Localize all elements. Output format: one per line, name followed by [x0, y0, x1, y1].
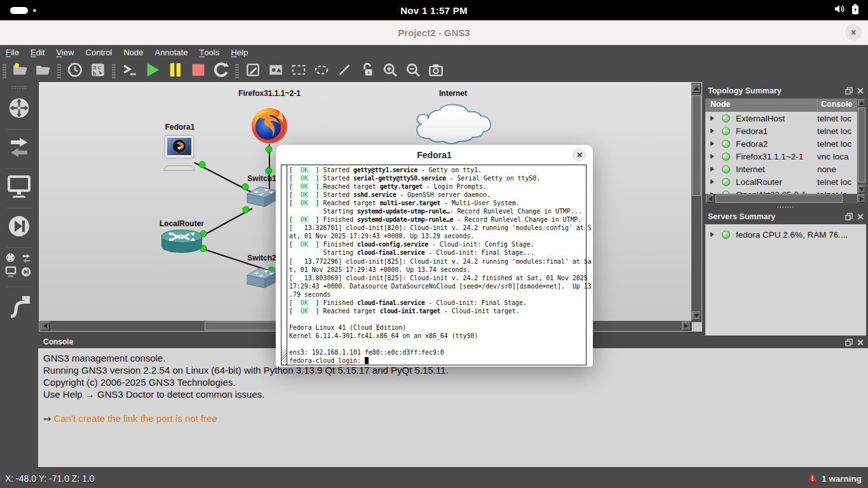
browse-end-devices-button[interactable] — [4, 173, 34, 203]
scroll-down-icon[interactable] — [859, 187, 864, 194]
add-link-button[interactable] — [4, 291, 34, 322]
expand-caret-icon[interactable] — [710, 166, 717, 172]
topology-row-Fedora2[interactable]: Fedora2 telnet loc — [705, 137, 857, 150]
expand-caret-icon[interactable] — [710, 179, 717, 184]
topology-table-body: ExternalHost telnet loc Fedora1 telnet l… — [705, 112, 857, 194]
scroll-right-icon[interactable] — [684, 323, 691, 329]
topology-row-Fedora1[interactable]: Fedora1 telnet loc — [705, 125, 857, 137]
dock-splitter-handle[interactable] — [776, 206, 794, 208]
stop-all-button[interactable] — [188, 61, 208, 81]
scroll-left-icon[interactable] — [706, 196, 712, 201]
topology-row-OpenWrt23.05.0-1[interactable]: OpenWrt23.05.0-1 telnet lo — [705, 188, 857, 194]
terminal-scrollbar[interactable] — [281, 165, 287, 365]
topology-row-ExternalHost[interactable]: ExternalHost telnet loc — [705, 112, 857, 125]
topology-row-Internet[interactable]: Internet none — [705, 163, 857, 175]
node-console-dialog[interactable]: Fedora1 ✕ [ OK ] Started getty@tty1.serv… — [276, 145, 593, 367]
terminal[interactable]: [ OK ] Started getty@tty1.service - Gett… — [281, 165, 587, 365]
window-close-button[interactable]: × — [845, 24, 862, 41]
svg-text:b: b — [93, 71, 96, 77]
console-to-all-button[interactable] — [119, 61, 140, 81]
panel-float-icon[interactable] — [844, 212, 853, 220]
draw-rectangle-button[interactable] — [288, 61, 309, 81]
reload-all-button[interactable] — [211, 61, 231, 81]
panel-float-icon[interactable] — [844, 338, 853, 346]
dialog-close-button[interactable]: ✕ — [573, 148, 587, 162]
menu-annotate[interactable]: Annotate — [149, 45, 194, 60]
menu-edit[interactable]: Edit — [25, 45, 50, 60]
routers-icon — [6, 95, 32, 123]
node-internet[interactable] — [402, 101, 504, 149]
add-link-icon — [6, 291, 32, 322]
node-fedora1[interactable] — [158, 134, 201, 173]
canvas-vscroll-thumb[interactable] — [692, 95, 701, 196]
sidebar-drag-handle[interactable] — [11, 86, 27, 89]
menu-node[interactable]: Node — [118, 45, 149, 60]
warning-status[interactable]: 1 warning — [807, 469, 862, 488]
suspend-all-button[interactable] — [165, 61, 186, 81]
browse-all-devices-button[interactable] — [4, 252, 34, 282]
topology-vscroll-thumb[interactable] — [858, 107, 865, 182]
browse-switches-button[interactable] — [4, 133, 34, 164]
lock-unlock-button[interactable] — [357, 61, 377, 81]
add-note-button[interactable] — [243, 61, 263, 81]
new-project-button[interactable] — [10, 61, 31, 81]
node-switch2[interactable] — [245, 265, 279, 297]
terminal-scroll-thumb[interactable] — [281, 349, 287, 365]
server-row[interactable]: fedora CPU 2.6%, RAM 76.... — [705, 228, 866, 241]
canvas-vscrollbar[interactable] — [691, 83, 702, 322]
topology-row-Firefox31.1.1~2-1[interactable]: Firefox31.1.1~2-1 vnc loca — [705, 150, 857, 163]
system-clock[interactable]: Nov 1 1:57 PM — [0, 0, 868, 20]
panel-close-icon[interactable] — [856, 86, 864, 95]
host-node-icon — [158, 162, 201, 173]
node-label-internet[interactable]: Internet — [439, 89, 467, 98]
node-switch1[interactable] — [245, 184, 279, 215]
menu-tools[interactable]: Tools — [194, 45, 226, 60]
column-node[interactable]: Node — [710, 100, 730, 109]
node-label-switch2[interactable]: Switch2 — [247, 254, 276, 262]
expand-caret-icon[interactable] — [710, 141, 717, 146]
scroll-down-icon[interactable] — [694, 314, 699, 320]
draw-ellipse-button[interactable] — [311, 61, 332, 81]
node-localrouter[interactable] — [159, 228, 204, 262]
node-label-switch1[interactable]: Switch1 — [247, 174, 276, 183]
node-label-firefox[interactable]: Firefox31.1.1~2-1 — [238, 89, 301, 98]
topology-row-LocalRouter[interactable]: LocalRouter telnet loc — [705, 175, 857, 188]
menu-file[interactable]: File — [0, 45, 25, 60]
node-label-localrouter[interactable]: LocalRouter — [159, 219, 204, 228]
node-firefox[interactable] — [248, 104, 290, 148]
system-tray[interactable] — [834, 0, 859, 20]
toolbar-drag-handle[interactable] — [3, 64, 6, 79]
panel-float-icon[interactable] — [844, 86, 853, 95]
insert-picture-button[interactable] — [266, 61, 286, 81]
expand-caret-icon[interactable] — [710, 154, 717, 159]
topology-vscrollbar[interactable] — [857, 98, 866, 194]
open-project-button[interactable] — [33, 61, 53, 81]
interface-labels-button[interactable]: a cb — [88, 61, 108, 81]
expand-caret-icon[interactable] — [710, 128, 717, 133]
browse-security-devices-button[interactable] — [4, 212, 34, 243]
scroll-left-icon[interactable] — [41, 323, 47, 329]
node-label-fedora1[interactable]: Fedora1 — [165, 123, 195, 132]
window-titlebar[interactable]: Project2 - GNS3 × — [0, 20, 868, 45]
panel-close-icon[interactable] — [856, 212, 864, 220]
draw-line-button[interactable] — [334, 61, 355, 81]
expand-caret-icon[interactable] — [710, 116, 717, 121]
topology-hscroll-thumb[interactable] — [715, 194, 843, 203]
scroll-right-icon[interactable] — [860, 196, 866, 201]
menu-control[interactable]: Control — [80, 45, 118, 60]
expand-caret-icon[interactable] — [710, 232, 717, 237]
screenshot-button[interactable] — [426, 61, 446, 81]
scroll-up-icon[interactable] — [859, 98, 864, 105]
zoom-in-button[interactable] — [380, 61, 400, 81]
panel-close-icon[interactable] — [856, 338, 864, 346]
snapshot-button[interactable] — [65, 61, 85, 81]
start-all-button[interactable] — [142, 61, 163, 81]
topology-table-header: Node Console — [705, 98, 857, 112]
browse-routers-button[interactable] — [4, 94, 34, 125]
menu-view[interactable]: View — [50, 45, 79, 60]
menu-help[interactable]: Help — [225, 45, 254, 60]
zoom-out-button[interactable] — [403, 61, 423, 81]
topology-hscrollbar[interactable] — [705, 194, 866, 203]
column-console[interactable]: Console — [821, 100, 852, 109]
scroll-up-icon[interactable] — [694, 84, 699, 90]
